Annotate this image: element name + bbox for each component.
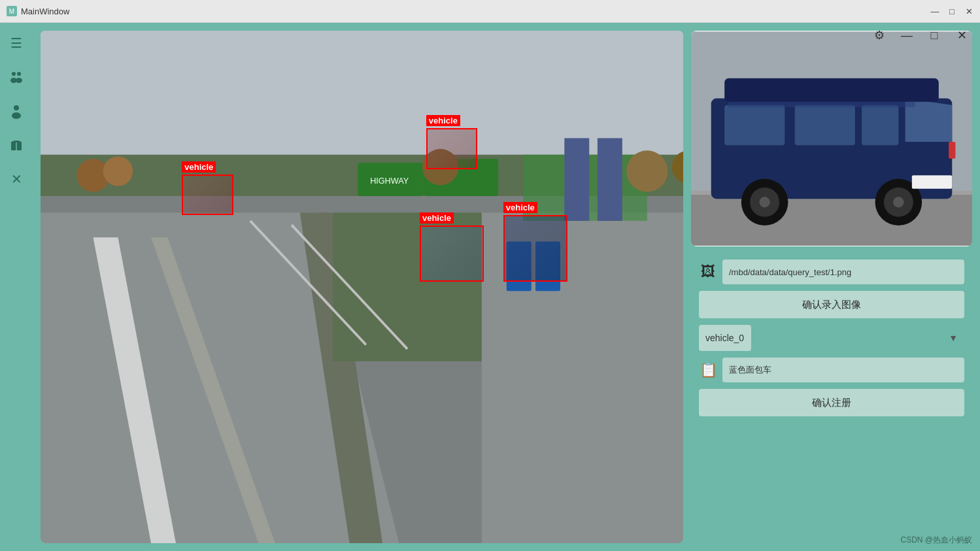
minimize-button[interactable]: —: [929, 5, 941, 17]
detections-overlay: vehicle vehicle vehicle vehicle: [41, 31, 683, 543]
svg-rect-51: [912, 175, 952, 188]
sidebar-package-icon[interactable]: [6, 135, 27, 156]
dropdown-row: vehicle_0 vehicle_1 vehicle_2 ▼: [699, 325, 964, 351]
top-close-button[interactable]: ✕: [953, 26, 971, 44]
sidebar-person-icon[interactable]: [6, 101, 27, 122]
right-panel: 🖼 确认录入图像 vehicle_0 vehicle_1 vehicle_2 ▼: [691, 31, 972, 543]
maximize-button[interactable]: □: [946, 5, 958, 17]
main-area: ☰ ✕ ⚙ —: [0, 23, 980, 551]
dropdown-arrow-icon: ▼: [949, 333, 958, 343]
detection-box-1: vehicle: [182, 175, 233, 216]
svg-point-7: [12, 112, 21, 119]
svg-point-3: [17, 72, 21, 76]
confirm-register-button[interactable]: 确认注册: [699, 389, 964, 416]
image-icon: 🖼: [699, 263, 717, 280]
top-minimize-button[interactable]: —: [898, 26, 916, 44]
title-bar: M MainWindow — □ ✕: [0, 0, 980, 23]
image-path-input[interactable]: [722, 259, 964, 284]
svg-rect-37: [691, 192, 972, 246]
svg-point-5: [16, 78, 22, 83]
thumbnail-container: [691, 31, 972, 246]
content-area: ⚙ — □ ✕: [33, 23, 980, 551]
close-button[interactable]: ✕: [963, 5, 975, 17]
detection-label-2: vehicle: [426, 115, 460, 126]
controls-area: 🖼 确认录入图像 vehicle_0 vehicle_1 vehicle_2 ▼: [691, 253, 972, 543]
svg-rect-53: [728, 102, 915, 107]
detection-box-2: vehicle: [426, 128, 478, 169]
detection-label-4: vehicle: [503, 202, 537, 213]
detection-label-1: vehicle: [182, 161, 216, 173]
svg-point-2: [12, 72, 16, 76]
svg-rect-41: [724, 105, 785, 145]
sidebar-close-icon[interactable]: ✕: [6, 169, 27, 190]
dropdown-wrapper: vehicle_0 vehicle_1 vehicle_2 ▼: [699, 325, 964, 351]
title-bar-text: MainWindow: [21, 7, 69, 16]
vehicle-dropdown[interactable]: vehicle_0 vehicle_1 vehicle_2: [699, 325, 751, 351]
app-icon: M: [7, 6, 17, 16]
svg-point-6: [14, 105, 19, 110]
description-input[interactable]: [722, 358, 964, 382]
svg-point-50: [893, 197, 904, 207]
svg-rect-52: [949, 142, 955, 159]
description-row: 📋: [699, 358, 964, 382]
svg-text:M: M: [9, 8, 14, 15]
watermark: CSDN @热血小蚂蚁: [900, 535, 972, 546]
svg-point-47: [759, 197, 769, 207]
sidebar-people-icon[interactable]: [6, 67, 27, 88]
contact-icon: 📋: [699, 361, 717, 378]
detection-box-3: vehicle: [420, 225, 484, 282]
window-controls: ⚙ — □ ✕: [870, 26, 971, 44]
svg-rect-42: [795, 105, 855, 145]
svg-rect-43: [862, 105, 898, 145]
detection-box-4: vehicle: [503, 215, 567, 282]
image-path-row: 🖼: [699, 259, 964, 284]
video-panel: HIGHWAY vehicle: [41, 31, 683, 543]
settings-button[interactable]: ⚙: [870, 26, 888, 44]
vehicle-thumbnail: [691, 31, 972, 246]
svg-rect-44: [724, 78, 939, 102]
title-bar-controls: — □ ✕: [929, 5, 975, 17]
sidebar: ☰ ✕: [0, 23, 33, 551]
detection-label-3: vehicle: [420, 212, 454, 224]
confirm-image-button[interactable]: 确认录入图像: [699, 291, 964, 318]
sidebar-menu-icon[interactable]: ☰: [6, 33, 27, 54]
top-maximize-button[interactable]: □: [925, 26, 943, 44]
